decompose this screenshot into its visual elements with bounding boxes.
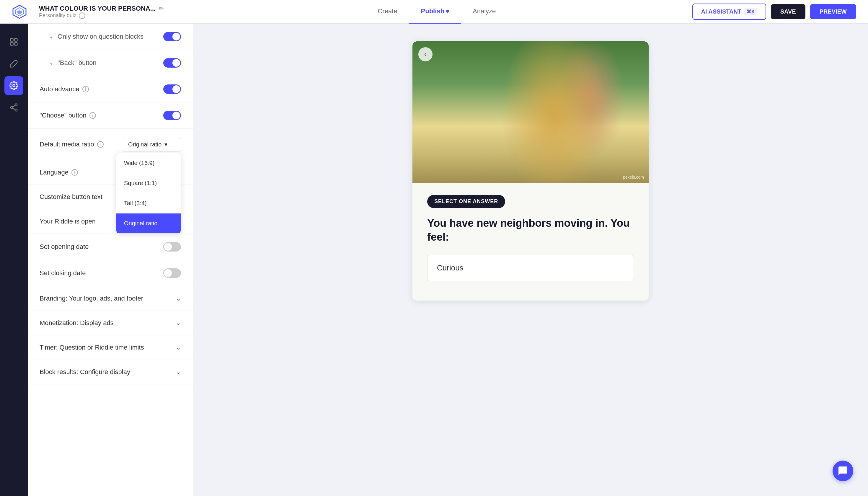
preview-area: ‹ pexels.com SELECT ONE ANSWER You have … bbox=[193, 24, 868, 496]
toggle-knob bbox=[172, 112, 180, 119]
choose-button-toggle[interactable] bbox=[163, 111, 181, 120]
svg-point-8 bbox=[15, 104, 17, 106]
timer-chevron-icon: ⌄ bbox=[176, 344, 181, 351]
preview-button[interactable]: PREVIEW bbox=[810, 4, 856, 19]
set-closing-date-row: Set closing date bbox=[28, 260, 193, 286]
block-results-label: Block results: Configure display bbox=[40, 368, 130, 376]
svg-line-11 bbox=[13, 108, 15, 110]
media-ratio-current-value: Original ratio bbox=[128, 141, 161, 148]
sidebar-item-settings[interactable] bbox=[4, 76, 23, 95]
svg-marker-2 bbox=[17, 10, 22, 14]
branding-chevron-icon: ⌄ bbox=[176, 295, 181, 302]
media-ratio-info-icon[interactable]: i bbox=[97, 141, 104, 148]
quiz-photo bbox=[413, 41, 649, 183]
set-opening-date-label: Set opening date bbox=[40, 243, 89, 251]
svg-point-7 bbox=[13, 84, 15, 87]
svg-rect-5 bbox=[11, 43, 13, 45]
svg-line-12 bbox=[13, 105, 15, 107]
svg-rect-3 bbox=[11, 39, 13, 41]
sidebar-item-brush[interactable] bbox=[4, 54, 23, 73]
dropdown-item-original[interactable]: Original ratio bbox=[116, 214, 181, 233]
sub-arrow-icon: ↳ bbox=[48, 33, 53, 40]
top-navigation: WHAT COLOUR IS YOUR PERSONA... ✏ Persona… bbox=[0, 0, 868, 24]
language-label: Language i bbox=[40, 169, 78, 176]
only-show-label: ↳ Only show on question blocks bbox=[40, 33, 143, 41]
toggle-knob bbox=[172, 85, 180, 93]
preview-content: SELECT ONE ANSWER You have new neighbors… bbox=[413, 183, 649, 300]
ai-assistant-button[interactable]: AI ASSISTANT ⌘K bbox=[692, 3, 766, 20]
block-results-chevron-icon: ⌄ bbox=[176, 368, 181, 376]
ai-shortcut-badge: ⌘K bbox=[744, 8, 757, 15]
tab-publish[interactable]: Publish bbox=[409, 0, 461, 24]
app-logo[interactable] bbox=[12, 4, 27, 19]
dropdown-chevron-icon: ▾ bbox=[165, 141, 167, 148]
tab-create[interactable]: Create bbox=[366, 0, 409, 24]
media-ratio-dropdown-trigger[interactable]: Original ratio ▾ bbox=[122, 137, 181, 152]
toggle-knob bbox=[164, 243, 172, 251]
tab-analyze[interactable]: Analyze bbox=[461, 0, 508, 24]
choose-button-label: "Choose" button i bbox=[40, 112, 96, 119]
monetization-row[interactable]: Monetization: Display ads ⌄ bbox=[28, 311, 193, 336]
monetization-label: Monetization: Display ads bbox=[40, 319, 114, 327]
title-area: WHAT COLOUR IS YOUR PERSONA... ✏ Persona… bbox=[39, 5, 164, 19]
auto-advance-toggle[interactable] bbox=[163, 84, 181, 94]
settings-panel: ↳ Only show on question blocks ↳ "Back" … bbox=[28, 24, 193, 496]
dropdown-item-wide[interactable]: Wide (16:9) bbox=[116, 153, 181, 173]
only-show-toggle[interactable] bbox=[163, 32, 181, 41]
logo-area bbox=[12, 4, 27, 19]
toggle-knob bbox=[172, 59, 180, 67]
branding-label: Branding: Your logo, ads, and footer bbox=[40, 295, 143, 302]
auto-advance-label: Auto advance i bbox=[40, 85, 89, 93]
back-button-toggle[interactable] bbox=[163, 58, 181, 67]
auto-advance-row: Auto advance i bbox=[28, 76, 193, 103]
preview-back-button[interactable]: ‹ bbox=[418, 47, 433, 61]
question-text: You have new neighbors moving in. You fe… bbox=[427, 216, 634, 244]
select-one-answer-badge: SELECT ONE ANSWER bbox=[427, 195, 505, 208]
choose-button-row: "Choose" button i bbox=[28, 103, 193, 129]
preview-card: ‹ pexels.com SELECT ONE ANSWER You have … bbox=[413, 41, 649, 300]
back-button-label: ↳ "Back" button bbox=[40, 59, 96, 67]
chat-support-button[interactable] bbox=[833, 461, 853, 481]
svg-point-9 bbox=[11, 106, 13, 109]
riddle-open-label: Your Riddle is open bbox=[40, 218, 96, 225]
dropdown-item-tall[interactable]: Tall (3:4) bbox=[116, 193, 181, 214]
toggle-knob bbox=[172, 33, 180, 41]
subtitle-info-icon[interactable]: i bbox=[79, 12, 85, 19]
svg-rect-6 bbox=[15, 43, 17, 45]
set-opening-date-toggle[interactable] bbox=[163, 242, 181, 251]
branding-row[interactable]: Branding: Your logo, ads, and footer ⌄ bbox=[28, 286, 193, 311]
sub-arrow-icon2: ↳ bbox=[48, 59, 53, 66]
publish-dot bbox=[446, 10, 449, 13]
nav-actions: AI ASSISTANT ⌘K SAVE PREVIEW bbox=[692, 3, 856, 20]
back-button-row: ↳ "Back" button bbox=[28, 50, 193, 76]
set-closing-date-toggle[interactable] bbox=[163, 268, 181, 278]
save-button[interactable]: SAVE bbox=[771, 4, 805, 19]
media-ratio-dropdown-container: Original ratio ▾ Wide (16:9) Square (1:1… bbox=[122, 137, 181, 152]
svg-rect-4 bbox=[15, 39, 17, 41]
block-results-row[interactable]: Block results: Configure display ⌄ bbox=[28, 360, 193, 384]
sidebar-item-grid[interactable] bbox=[4, 32, 23, 51]
set-closing-date-label: Set closing date bbox=[40, 269, 86, 277]
timer-row[interactable]: Timer: Question or Riddle time limits ⌄ bbox=[28, 336, 193, 360]
sidebar-item-share[interactable] bbox=[4, 98, 23, 117]
preview-image: ‹ pexels.com bbox=[413, 41, 649, 183]
choose-button-info-icon[interactable]: i bbox=[90, 112, 96, 119]
toggle-knob bbox=[164, 269, 172, 277]
only-show-row: ↳ Only show on question blocks bbox=[28, 24, 193, 50]
media-ratio-label: Default media ratio i bbox=[40, 141, 104, 148]
answer-option-curious[interactable]: Curious bbox=[427, 255, 634, 281]
dropdown-item-square[interactable]: Square (1:1) bbox=[116, 173, 181, 193]
image-watermark: pexels.com bbox=[623, 175, 644, 180]
customize-button-text-label: Customize button text bbox=[40, 193, 103, 201]
edit-title-icon[interactable]: ✏ bbox=[158, 5, 164, 12]
timer-label: Timer: Question or Riddle time limits bbox=[40, 344, 144, 351]
quiz-subtitle: Personality quiz bbox=[39, 12, 76, 19]
svg-point-10 bbox=[15, 109, 17, 111]
auto-advance-info-icon[interactable]: i bbox=[82, 86, 89, 92]
media-ratio-dropdown-menu: Wide (16:9) Square (1:1) Tall (3:4) Orig… bbox=[116, 153, 181, 234]
quiz-title: WHAT COLOUR IS YOUR PERSONA... bbox=[39, 5, 156, 12]
language-info-icon[interactable]: i bbox=[72, 169, 78, 176]
media-ratio-row: Default media ratio i Original ratio ▾ W… bbox=[28, 129, 193, 160]
sidebar-icons bbox=[0, 24, 28, 496]
monetization-chevron-icon: ⌄ bbox=[176, 319, 181, 327]
